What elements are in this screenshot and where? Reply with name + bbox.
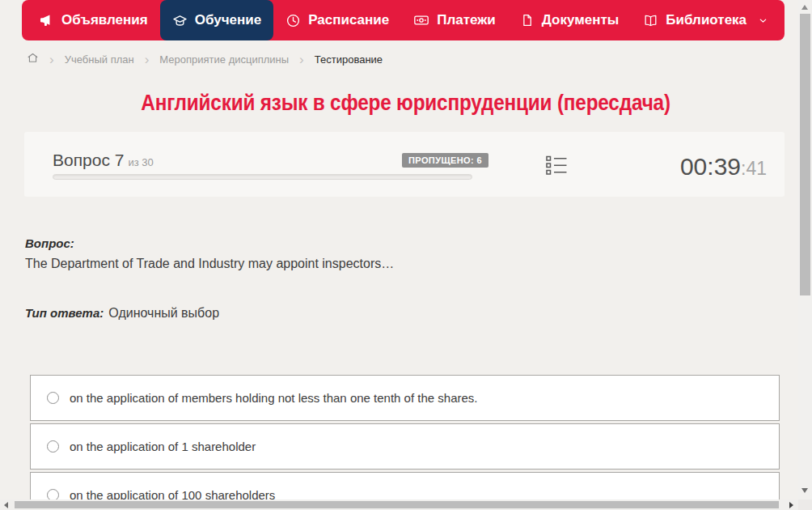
progress-bar [53, 174, 472, 180]
page-title-row: Английский язык в сфере юриспруденции (п… [0, 91, 812, 116]
horizontal-scrollbar[interactable] [0, 499, 798, 510]
timer: 00:39:41 [680, 153, 767, 181]
nav-item-payments[interactable]: Платежи [401, 0, 508, 40]
timer-minutes: 00:39 [680, 153, 741, 180]
answer-option-1[interactable]: on the application of members holding no… [30, 375, 780, 421]
home-icon [27, 52, 39, 66]
question-list-button[interactable] [546, 155, 567, 176]
scroll-down-arrow[interactable] [801, 488, 808, 493]
book-icon [643, 13, 658, 28]
vertical-scrollbar[interactable] [798, 0, 812, 499]
radio-button[interactable] [47, 392, 59, 404]
nav-item-schedule[interactable]: Расписание [273, 0, 401, 40]
answer-option-text: on the application of 1 shareholder [70, 440, 256, 453]
answer-options: on the application of members holding no… [30, 375, 780, 510]
scroll-left-arrow[interactable] [4, 502, 8, 508]
scrollbar-corner [798, 499, 812, 510]
banknote-icon [413, 12, 429, 28]
horizontal-scrollbar-thumb[interactable] [15, 501, 779, 508]
breadcrumb-discipline-event[interactable]: Мероприятие дисциплины [159, 53, 289, 66]
clock-icon [285, 13, 301, 28]
vertical-scrollbar-thumb[interactable] [800, 14, 810, 295]
answer-type-row: Тип ответа:Одиночный выбор [25, 306, 219, 321]
nav-item-learning[interactable]: Обучение [160, 0, 273, 40]
nav-item-label: Библиотека [666, 12, 746, 28]
breadcrumb-separator: › [49, 53, 54, 66]
page-title: Английский язык в сфере юриспруденции (п… [142, 91, 670, 116]
breadcrumb-separator: › [145, 53, 150, 66]
nav-item-label: Расписание [308, 12, 389, 28]
nav-item-label: Объявления [61, 12, 148, 28]
nav-item-announcements[interactable]: Объявления [27, 0, 160, 40]
breadcrumb: › Учебный план › Мероприятие дисциплины … [27, 49, 383, 70]
breadcrumb-separator: › [299, 53, 304, 66]
graduation-cap-icon [172, 13, 188, 28]
nav-item-library[interactable]: Библиотека [631, 0, 780, 40]
document-icon [520, 13, 535, 28]
answer-type-value: Одиночный выбор [108, 306, 219, 320]
nav-item-label: Документы [542, 12, 620, 28]
breadcrumb-study-plan[interactable]: Учебный план [65, 53, 134, 66]
nav-item-documents[interactable]: Документы [508, 0, 632, 40]
question-list-icon [546, 165, 567, 179]
question-number-label: Вопрос 7 [53, 151, 124, 169]
question-status-card: Вопрос 7из 30 ПРОПУЩЕНО: 6 00:39:41 [24, 132, 785, 197]
timer-seconds: :41 [741, 158, 767, 179]
question-total-label: из 30 [128, 156, 153, 168]
scroll-up-arrow[interactable] [801, 5, 808, 10]
main-navbar: Объявления Обучение Расписание Платежи Д… [22, 0, 785, 40]
breadcrumb-testing: Тестирование [315, 53, 383, 66]
nav-item-label: Обучение [195, 12, 261, 28]
breadcrumb-home[interactable] [27, 52, 39, 66]
question-number: Вопрос 7из 30 [53, 151, 154, 170]
nav-item-label: Платежи [437, 12, 496, 28]
answer-option-2[interactable]: on the application of 1 shareholder [30, 423, 780, 470]
megaphone-icon [39, 13, 54, 28]
answer-option-text: on the application of members holding no… [70, 391, 478, 405]
scroll-right-arrow[interactable] [789, 502, 793, 508]
question-text: The Department of Trade and Industry may… [25, 257, 394, 271]
question-label: Вопрос: [25, 236, 74, 250]
chevron-down-icon [758, 15, 768, 26]
radio-button[interactable] [47, 440, 59, 453]
answer-type-label: Тип ответа: [25, 306, 104, 320]
skipped-badge: ПРОПУЩЕНО: 6 [402, 153, 488, 168]
